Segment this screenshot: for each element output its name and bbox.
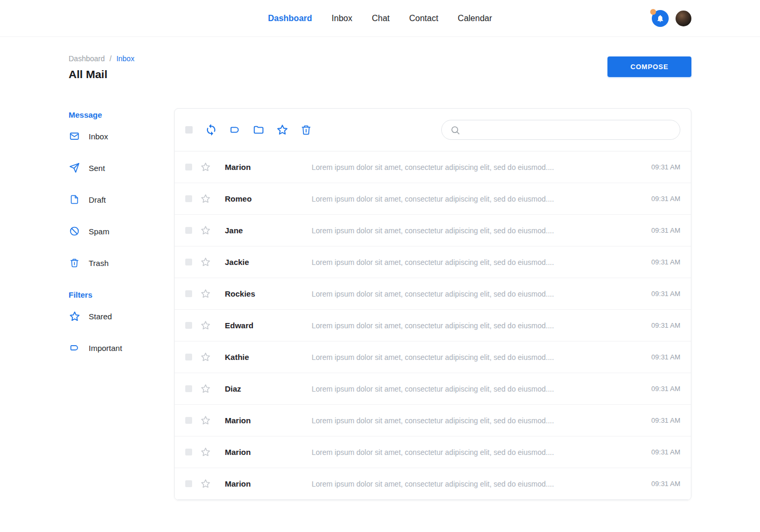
star-icon [277, 124, 288, 136]
star-icon[interactable] [200, 479, 211, 489]
search-box[interactable] [441, 120, 680, 140]
sidebar-item-label: Important [89, 344, 122, 353]
mail-preview: Lorem ipsum dolor sit amet, consectetur … [311, 321, 554, 330]
mail-sender: Kathie [225, 353, 304, 362]
mail-preview: Lorem ipsum dolor sit amet, consectetur … [311, 226, 554, 235]
mail-row[interactable]: Marion Lorem ipsum dolor sit amet, conse… [175, 436, 691, 468]
sidebar-item-stared[interactable]: Stared [69, 300, 174, 332]
label-button[interactable] [229, 124, 241, 136]
mail-sender: Jackie [225, 258, 304, 267]
row-checkbox[interactable] [185, 417, 192, 424]
select-all-checkbox[interactable] [185, 126, 193, 134]
mail-time: 09:31 AM [651, 258, 680, 266]
star-icon[interactable] [200, 289, 211, 299]
star-icon[interactable] [200, 162, 211, 173]
row-checkbox[interactable] [185, 480, 192, 487]
compose-button[interactable]: COMPOSE [607, 56, 691, 77]
mail-preview: Lorem ipsum dolor sit amet, consectetur … [311, 416, 554, 425]
sidebar-item-trash[interactable]: Trash [69, 247, 174, 279]
mail-sender: Diaz [225, 384, 304, 393]
mail-preview: Lorem ipsum dolor sit amet, consectetur … [311, 290, 554, 298]
nav-contact[interactable]: Contact [409, 14, 438, 23]
sidebar-item-important[interactable]: Important [69, 332, 174, 364]
sidebar-item-spam[interactable]: Spam [69, 215, 174, 247]
sidebar-item-label: Inbox [89, 132, 108, 141]
mail-preview: Lorem ipsum dolor sit amet, consectetur … [311, 195, 554, 203]
row-checkbox[interactable] [185, 164, 192, 170]
mail-sender: Marion [225, 448, 304, 457]
refresh-button[interactable] [205, 124, 217, 136]
row-checkbox[interactable] [185, 385, 192, 392]
nav-chat[interactable]: Chat [372, 14, 390, 23]
row-checkbox[interactable] [185, 195, 192, 202]
breadcrumb-inbox[interactable]: Inbox [116, 54, 134, 63]
notifications-button[interactable] [652, 10, 669, 27]
breadcrumb: Dashboard / Inbox [69, 54, 135, 63]
mail-row[interactable]: Marion Lorem ipsum dolor sit amet, conse… [175, 151, 691, 183]
block-icon [69, 225, 80, 237]
delete-button[interactable] [300, 124, 312, 136]
sidebar-item-draft[interactable]: Draft [69, 184, 174, 215]
mail-sender: Romeo [225, 194, 304, 203]
sidebar-item-label: Draft [89, 195, 106, 204]
row-checkbox[interactable] [185, 259, 192, 265]
star-icon[interactable] [200, 257, 211, 268]
main-nav: Dashboard Inbox Chat Contact Calendar [268, 14, 492, 23]
sidebar-item-label: Stared [89, 312, 112, 321]
mail-sender: Marion [225, 416, 304, 425]
sidebar-item-sent[interactable]: Sent [69, 152, 174, 184]
sidebar-item-inbox[interactable]: Inbox [69, 120, 174, 152]
trash-icon [301, 124, 311, 136]
mail-row[interactable]: Jackie Lorem ipsum dolor sit amet, conse… [175, 246, 691, 278]
app-bar: Dashboard Inbox Chat Contact Calendar [0, 0, 760, 37]
user-avatar[interactable] [676, 11, 691, 26]
star-icon[interactable] [200, 415, 211, 426]
mail-row[interactable]: Rockies Lorem ipsum dolor sit amet, cons… [175, 278, 691, 310]
breadcrumb-separator: / [110, 54, 112, 63]
move-to-folder-button[interactable] [252, 124, 265, 136]
star-icon[interactable] [200, 384, 211, 394]
breadcrumb-dashboard[interactable]: Dashboard [69, 54, 105, 63]
mail-row[interactable]: Marion Lorem ipsum dolor sit amet, conse… [175, 468, 691, 500]
star-icon[interactable] [200, 225, 211, 236]
star-button[interactable] [276, 124, 289, 136]
mail-row[interactable]: Romeo Lorem ipsum dolor sit amet, consec… [175, 183, 691, 215]
mail-time: 09:31 AM [651, 353, 680, 361]
mail-row[interactable]: Jane Lorem ipsum dolor sit amet, consect… [175, 215, 691, 246]
nav-dashboard[interactable]: Dashboard [268, 14, 312, 23]
document-icon [69, 194, 80, 205]
row-checkbox[interactable] [185, 354, 192, 360]
mail-preview: Lorem ipsum dolor sit amet, consectetur … [311, 448, 554, 457]
sidebar-item-label: Spam [89, 227, 109, 236]
mail-preview: Lorem ipsum dolor sit amet, consectetur … [311, 163, 554, 172]
sidebar-section-message: Message [69, 109, 174, 120]
nav-calendar[interactable]: Calendar [458, 14, 492, 23]
sidebar-section-filters: Filters [69, 289, 174, 300]
label-icon [229, 124, 241, 136]
mail-list: Marion Lorem ipsum dolor sit amet, conse… [175, 151, 691, 500]
row-checkbox[interactable] [185, 290, 192, 297]
star-icon[interactable] [200, 352, 211, 363]
mail-sender: Rockies [225, 289, 304, 298]
mail-row[interactable]: Kathie Lorem ipsum dolor sit amet, conse… [175, 341, 691, 373]
star-icon[interactable] [200, 447, 211, 458]
mail-row[interactable]: Diaz Lorem ipsum dolor sit amet, consect… [175, 373, 691, 405]
mail-time: 09:31 AM [651, 416, 680, 424]
mail-time: 09:31 AM [651, 448, 680, 456]
row-checkbox[interactable] [185, 322, 192, 329]
nav-inbox[interactable]: Inbox [331, 14, 352, 23]
paper-plane-icon [69, 162, 80, 174]
row-checkbox[interactable] [185, 227, 192, 234]
star-icon[interactable] [200, 320, 211, 331]
search-input[interactable] [466, 126, 671, 134]
page-head: Dashboard / Inbox All Mail COMPOSE [69, 54, 691, 81]
appbar-right [652, 0, 691, 37]
mail-row[interactable]: Marion Lorem ipsum dolor sit amet, conse… [175, 405, 691, 436]
star-icon[interactable] [200, 194, 211, 204]
mail-time: 09:31 AM [651, 226, 680, 234]
mail-time: 09:31 AM [651, 480, 680, 488]
sidebar-item-label: Sent [89, 164, 105, 173]
mail-row[interactable]: Edward Lorem ipsum dolor sit amet, conse… [175, 310, 691, 341]
mail-sender: Jane [225, 226, 304, 235]
row-checkbox[interactable] [185, 449, 192, 455]
